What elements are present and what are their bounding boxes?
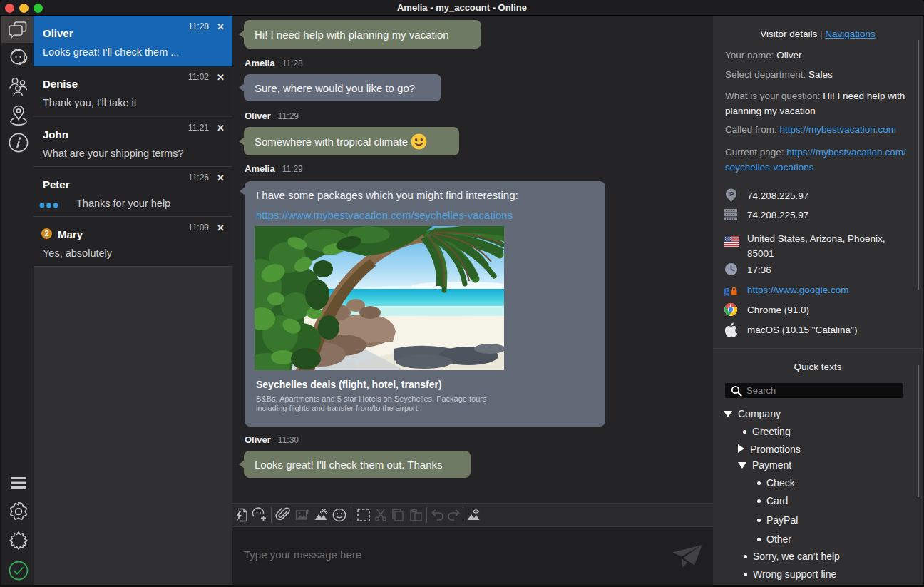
svg-text:g: g [724,283,730,296]
svg-text:IP: IP [728,190,734,198]
